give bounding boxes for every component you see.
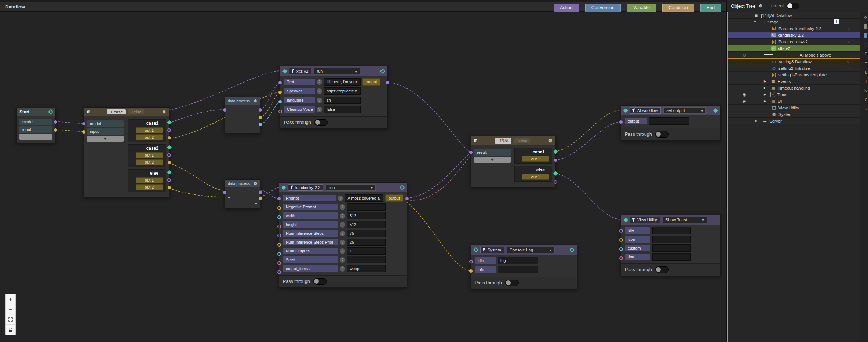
lock-button[interactable]: [6, 325, 15, 335]
chevron-right-icon[interactable]: ▶: [764, 80, 769, 83]
system-node[interactable]: System Console Log▾ title info Pass thro…: [471, 245, 577, 289]
start-node[interactable]: Start model input +: [16, 108, 56, 143]
add-output-button[interactable]: +: [19, 134, 52, 140]
output-port[interactable]: [619, 120, 623, 124]
tree-row-stage[interactable]: ▼ Stage i: [728, 19, 860, 25]
input-port[interactable]: [223, 108, 226, 112]
add-input-button[interactable]: +: [228, 195, 230, 200]
out-button[interactable]: out 1: [136, 127, 163, 133]
param-field[interactable]: [345, 194, 383, 202]
gear-icon[interactable]: ☸: [254, 99, 257, 103]
out-button[interactable]: out 1: [136, 152, 163, 158]
add-output-button[interactable]: +: [255, 127, 257, 132]
else-out2-port[interactable]: [168, 186, 171, 189]
tree-row-view-utility[interactable]: View Utility: [728, 105, 860, 111]
conversion-button[interactable]: Conversion: [585, 4, 621, 12]
strip-icon[interactable]: ❖: [864, 15, 868, 24]
chevron-right-icon[interactable]: ▶: [764, 93, 769, 96]
tree-row-server[interactable]: ▶ Server: [728, 118, 860, 124]
param-field[interactable]: [347, 239, 386, 246]
link-dot-icon[interactable]: ○: [847, 60, 849, 63]
input-port[interactable]: [54, 128, 57, 132]
strip-icon[interactable]: N: [864, 88, 868, 98]
help-icon[interactable]: ?: [340, 257, 345, 263]
model-port[interactable]: [82, 122, 85, 125]
else-out1-port[interactable]: [167, 178, 171, 182]
tree-row-params-xtts[interactable]: Params: xtts-v2 ○: [728, 39, 860, 45]
param-field[interactable]: [652, 244, 691, 252]
param-field[interactable]: [652, 227, 691, 234]
chevron-right-icon[interactable]: ▶: [755, 119, 760, 123]
pass-through-toggle[interactable]: [655, 131, 669, 138]
param-field[interactable]: [649, 117, 689, 125]
param-field[interactable]: [347, 203, 386, 211]
fit-view-button[interactable]: [6, 314, 15, 325]
tree-row-dataflow[interactable]: [148]AI Dataflow: [728, 12, 860, 19]
tree-row-ui[interactable]: ◉ ▶ UI: [728, 98, 860, 105]
layers-icon[interactable]: ❖: [758, 3, 763, 9]
param-field[interactable]: [324, 106, 361, 113]
param-field[interactable]: [347, 212, 386, 219]
num-inference-steps-port[interactable]: [277, 234, 281, 237]
param-field[interactable]: [347, 256, 386, 263]
condition-button[interactable]: Condition: [662, 4, 694, 12]
tree-row-setting3[interactable]: setting3-Dataflow ○: [728, 58, 860, 65]
variable-button[interactable]: Variable: [627, 4, 656, 12]
help-icon[interactable]: ?: [317, 88, 322, 94]
action-button[interactable]: Action: [554, 4, 579, 12]
pass-through-toggle[interactable]: [505, 280, 519, 286]
param-field[interactable]: [347, 230, 386, 237]
eye-icon[interactable]: ◉: [743, 99, 746, 103]
strip-icon[interactable]: T: [865, 79, 868, 88]
param-field[interactable]: [652, 253, 691, 261]
out-button[interactable]: out 2: [136, 134, 163, 140]
tree-row-timer[interactable]: ◉ ▶ Timer: [728, 91, 860, 98]
tree-row-kandinsky[interactable]: kandinsky-2.2: [728, 32, 860, 39]
height-port[interactable]: [277, 225, 281, 228]
add-output-button[interactable]: +: [255, 201, 257, 205]
custom-port[interactable]: [619, 247, 623, 251]
chevron-right-icon[interactable]: ▶: [764, 99, 769, 103]
zoom-out-button[interactable]: −: [6, 304, 15, 314]
link-dot-icon[interactable]: ○: [848, 40, 850, 44]
if-node[interactable]: if +情况 +else ☸ result + case1 out 1 else…: [471, 136, 556, 187]
model-port[interactable]: [54, 120, 57, 124]
param-field[interactable]: [347, 221, 386, 228]
action-dropdown[interactable]: run▾: [326, 184, 376, 191]
gear-icon[interactable]: ☸: [162, 110, 166, 114]
if-node[interactable]: if + case +else ☸ model input + case1 ou…: [84, 107, 169, 197]
add-case-button[interactable]: + case: [107, 109, 125, 114]
gear-icon[interactable]: ☸: [254, 182, 257, 186]
help-icon[interactable]: ?: [338, 196, 343, 201]
title-port[interactable]: [469, 260, 473, 263]
time-port[interactable]: [619, 256, 623, 260]
prompt-port[interactable]: [277, 197, 281, 200]
eye-icon[interactable]: ◉: [743, 92, 746, 97]
diamond-port-icon[interactable]: [569, 247, 575, 252]
info-port[interactable]: [469, 269, 473, 273]
action-dropdown[interactable]: run▾: [314, 68, 360, 74]
diamond-port-icon[interactable]: [380, 69, 385, 74]
help-icon[interactable]: ?: [317, 107, 322, 112]
case1-out1-port[interactable]: [554, 159, 557, 162]
help-icon[interactable]: ?: [340, 266, 345, 272]
tree-row-divider[interactable]: ⊘ AI Models above: [728, 52, 860, 58]
param-field[interactable]: [652, 236, 691, 243]
node-name-box[interactable]: kandinsky-2.2: [288, 184, 323, 191]
add-else-button[interactable]: +else: [514, 138, 530, 143]
tree-row-setting2[interactable]: setting2-Initialize ○: [728, 65, 860, 72]
help-icon[interactable]: ?: [340, 204, 345, 210]
speaker-port[interactable]: [278, 91, 282, 94]
num-outputs-port[interactable]: [277, 252, 281, 256]
help-icon[interactable]: ?: [340, 248, 345, 254]
kandinsky-node[interactable]: kandinsky-2.2 run▾ Prompt ? output Negat…: [279, 182, 407, 288]
diamond-port-icon[interactable]: [713, 108, 718, 113]
param-field[interactable]: [324, 97, 361, 104]
output-port-purple[interactable]: [259, 108, 262, 112]
strip-icon[interactable]: 2: [865, 107, 868, 116]
add-input-button[interactable]: +: [87, 136, 124, 142]
width-port[interactable]: [277, 215, 281, 219]
chevron-right-icon[interactable]: ▶: [764, 86, 769, 90]
else-out1-port[interactable]: [554, 180, 557, 184]
seed-port[interactable]: [277, 261, 281, 265]
